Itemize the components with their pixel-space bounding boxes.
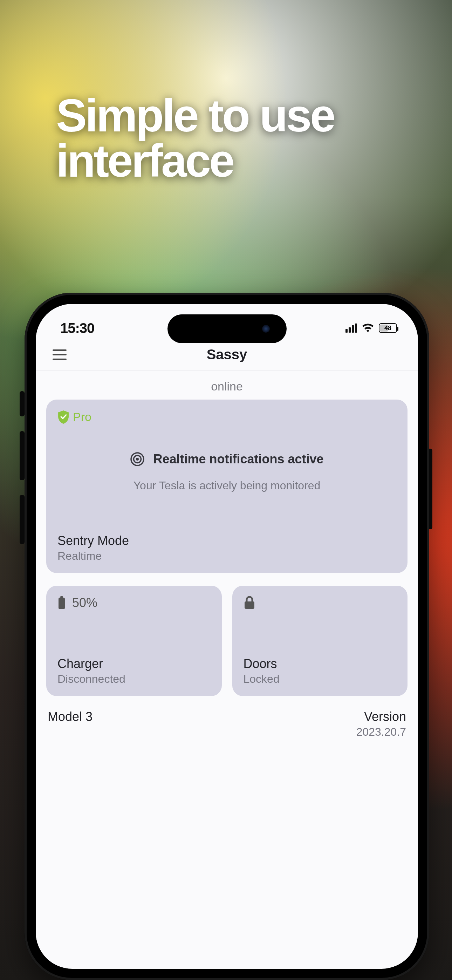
model-label: Model 3 bbox=[48, 710, 92, 738]
charger-title: Charger bbox=[57, 657, 210, 671]
app-header: Sassy bbox=[36, 339, 418, 371]
pro-label: Pro bbox=[73, 410, 91, 424]
pro-badge: Pro bbox=[57, 410, 396, 424]
info-row: Model 3 Version 2023.20.7 bbox=[36, 696, 418, 738]
menu-button[interactable] bbox=[53, 350, 67, 360]
sentry-card[interactable]: Pro Realtime notifications active Your T… bbox=[46, 399, 407, 573]
charger-tile[interactable]: 50% Charger Disconnected bbox=[46, 586, 222, 696]
marketing-headline: Simple to use interface bbox=[56, 93, 452, 184]
notification-title: Realtime notifications active bbox=[153, 452, 323, 466]
svg-point-2 bbox=[136, 458, 139, 461]
wifi-icon bbox=[362, 323, 374, 332]
sentry-subtitle: Realtime bbox=[57, 550, 396, 563]
version-value: 2023.20.7 bbox=[357, 725, 406, 738]
phone-screen: 15:30 48 Sassy online Pro bbox=[36, 304, 418, 969]
svg-rect-4 bbox=[60, 596, 63, 598]
version-label: Version bbox=[357, 710, 406, 724]
doors-title: Doors bbox=[244, 657, 396, 671]
battery-percent: 50% bbox=[72, 595, 97, 610]
doors-subtitle: Locked bbox=[244, 673, 396, 686]
status-time: 15:30 bbox=[60, 320, 94, 336]
svg-rect-5 bbox=[245, 601, 255, 609]
phone-frame: 15:30 48 Sassy online Pro bbox=[24, 293, 429, 980]
shield-check-icon bbox=[57, 410, 69, 424]
battery-icon bbox=[57, 596, 66, 610]
connection-status: online bbox=[36, 371, 418, 399]
svg-rect-3 bbox=[59, 598, 65, 609]
doors-tile[interactable]: Doors Locked bbox=[232, 586, 408, 696]
sentry-title: Sentry Mode bbox=[57, 533, 396, 548]
battery-indicator: 48 bbox=[379, 323, 397, 333]
charger-subtitle: Disconnected bbox=[57, 673, 210, 686]
notification-subtitle: Your Tesla is actively being monitored bbox=[61, 479, 393, 492]
battery-label: 48 bbox=[384, 325, 392, 332]
cellular-signal-icon bbox=[345, 323, 357, 332]
lock-icon bbox=[244, 595, 255, 609]
broadcast-icon bbox=[130, 452, 145, 466]
dynamic-island bbox=[167, 314, 286, 343]
app-title: Sassy bbox=[207, 347, 247, 363]
